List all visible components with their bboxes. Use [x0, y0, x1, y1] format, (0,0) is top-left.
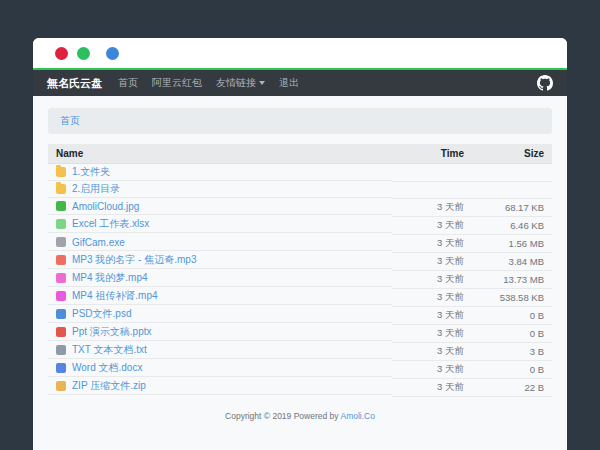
- file-time: 3 天前: [392, 216, 472, 234]
- column-header-size: Size: [472, 144, 552, 164]
- file-time: [392, 181, 472, 198]
- file-link[interactable]: PSD文件.psd: [72, 307, 131, 321]
- file-link[interactable]: MP4 我的梦.mp4: [72, 271, 148, 285]
- table-row: GifCam.exe 3 天前 1.56 MB: [48, 234, 552, 252]
- file-time: 3 天前: [392, 378, 472, 396]
- footer-amoli-link[interactable]: Amoli.Co: [340, 411, 374, 421]
- file-time: 3 天前: [392, 324, 472, 342]
- column-header-name: Name: [48, 144, 392, 164]
- copyright-text: Copyright © 2019 Powered by: [225, 411, 340, 421]
- footer: Copyright © 2019 Powered by Amoli.Co: [48, 397, 552, 431]
- file-size: 0 B: [472, 306, 552, 324]
- psd-file-icon: [56, 309, 66, 319]
- breadcrumb: 首页: [48, 108, 552, 134]
- file-table: Name Time Size 1.文件夹 2.启用目录: [48, 144, 552, 397]
- folder-icon: [56, 167, 66, 177]
- nav-item-label: 友情链接: [216, 77, 256, 88]
- window-titlebar: [33, 38, 567, 68]
- text-file-icon: [56, 345, 66, 355]
- file-link[interactable]: Excel 工作表.xlsx: [72, 217, 149, 231]
- file-size: 0 B: [472, 360, 552, 378]
- file-size: 22 B: [472, 378, 552, 396]
- file-time: 3 天前: [392, 360, 472, 378]
- file-size: 3 B: [472, 342, 552, 360]
- nav-item-home[interactable]: 首页: [118, 76, 138, 90]
- file-time: 3 天前: [392, 306, 472, 324]
- video-file-icon: [56, 291, 66, 301]
- table-row: 1.文件夹: [48, 164, 552, 182]
- file-time: 3 天前: [392, 342, 472, 360]
- file-link[interactable]: MP4 祖传补肾.mp4: [72, 289, 158, 303]
- table-row: TXT 文本文档.txt 3 天前 3 B: [48, 342, 552, 360]
- table-row: Excel 工作表.xlsx 3 天前 6.46 KB: [48, 216, 552, 234]
- file-link[interactable]: GifCam.exe: [72, 237, 125, 248]
- image-file-icon: [56, 201, 66, 211]
- file-size: [472, 181, 552, 198]
- table-row: AmoliCloud.jpg 3 天前 68.17 KB: [48, 198, 552, 216]
- minimize-window-button[interactable]: [77, 47, 90, 60]
- file-size: 13.73 MB: [472, 270, 552, 288]
- file-size: 1.56 MB: [472, 234, 552, 252]
- file-size: [472, 164, 552, 182]
- table-row: Word 文档.docx 3 天前 0 B: [48, 360, 552, 378]
- file-time: 3 天前: [392, 288, 472, 306]
- browser-window: 無名氏云盘 首页 阿里云红包 友情链接 退出 首页 Name Time Size: [33, 38, 567, 450]
- file-link[interactable]: 1.文件夹: [72, 165, 110, 179]
- file-time: 3 天前: [392, 198, 472, 216]
- file-link[interactable]: Ppt 演示文稿.pptx: [72, 325, 151, 339]
- brand-logo[interactable]: 無名氏云盘: [47, 76, 102, 91]
- file-link[interactable]: ZIP 压缩文件.zip: [72, 379, 146, 393]
- table-row: MP4 我的梦.mp4 3 天前 13.73 MB: [48, 270, 552, 288]
- file-link[interactable]: AmoliCloud.jpg: [72, 201, 139, 212]
- close-window-button[interactable]: [55, 47, 68, 60]
- folder-icon: [56, 184, 66, 194]
- file-time: 3 天前: [392, 234, 472, 252]
- maximize-window-button[interactable]: [106, 47, 119, 60]
- table-row: ZIP 压缩文件.zip 3 天前 22 B: [48, 378, 552, 396]
- audio-file-icon: [56, 255, 66, 265]
- github-icon[interactable]: [537, 75, 553, 91]
- file-time: [392, 164, 472, 182]
- table-header-row: Name Time Size: [48, 144, 552, 164]
- table-row: MP3 我的名字 - 焦迈奇.mp3 3 天前 3.84 MB: [48, 252, 552, 270]
- file-size: 68.17 KB: [472, 198, 552, 216]
- breadcrumb-home-link[interactable]: 首页: [60, 115, 80, 126]
- table-row: 2.启用目录: [48, 181, 552, 198]
- file-size: 6.46 KB: [472, 216, 552, 234]
- ppt-file-icon: [56, 327, 66, 337]
- nav-item-logout[interactable]: 退出: [279, 76, 299, 90]
- page-content: 首页 Name Time Size 1.文件夹: [33, 96, 567, 450]
- file-time: 3 天前: [392, 270, 472, 288]
- nav-item-friend-links-dropdown[interactable]: 友情链接: [216, 76, 265, 90]
- table-row: Ppt 演示文稿.pptx 3 天前 0 B: [48, 324, 552, 342]
- file-size: 3.84 MB: [472, 252, 552, 270]
- excel-file-icon: [56, 219, 66, 229]
- table-row: MP4 祖传补肾.mp4 3 天前 538.58 KB: [48, 288, 552, 306]
- file-size: 0 B: [472, 324, 552, 342]
- file-link[interactable]: MP3 我的名字 - 焦迈奇.mp3: [72, 253, 196, 267]
- navbar: 無名氏云盘 首页 阿里云红包 友情链接 退出: [33, 68, 567, 96]
- exe-file-icon: [56, 237, 66, 247]
- file-size: 538.58 KB: [472, 288, 552, 306]
- zip-file-icon: [56, 381, 66, 391]
- nav-item-aliyun-redpacket[interactable]: 阿里云红包: [152, 76, 202, 90]
- word-file-icon: [56, 363, 66, 373]
- file-time: 3 天前: [392, 252, 472, 270]
- table-row: PSD文件.psd 3 天前 0 B: [48, 306, 552, 324]
- file-link[interactable]: Word 文档.docx: [72, 361, 142, 375]
- video-file-icon: [56, 273, 66, 283]
- column-header-time: Time: [392, 144, 472, 164]
- chevron-down-icon: [259, 81, 265, 85]
- file-link[interactable]: 2.启用目录: [72, 182, 120, 196]
- file-link[interactable]: TXT 文本文档.txt: [72, 343, 147, 357]
